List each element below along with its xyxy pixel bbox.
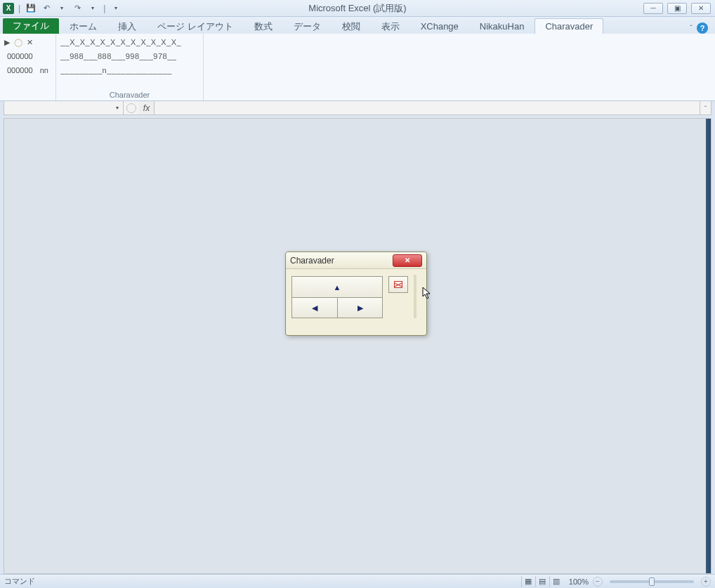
window-title: Microsoft Excel (試用版) xyxy=(308,2,406,15)
view-switcher: ▦ ▤ ▥ xyxy=(521,576,563,587)
insert-function-button[interactable]: fx xyxy=(139,101,155,115)
help-icon[interactable]: ? xyxy=(697,22,708,34)
zoom-slider-thumb[interactable] xyxy=(649,577,655,586)
pattern-line-2: __988___888___998___978__ xyxy=(60,49,199,63)
vertical-scrollbar[interactable] xyxy=(706,119,711,573)
maximize-button[interactable]: ▣ xyxy=(667,3,687,14)
qat-separator: | xyxy=(17,4,22,13)
tab-nikakuhan[interactable]: NikakuHan xyxy=(469,18,535,34)
right-button[interactable]: ▶ xyxy=(337,297,383,318)
tab-review[interactable]: 校閲 xyxy=(332,18,371,34)
name-box-dropdown-icon[interactable]: ▾ xyxy=(116,105,119,111)
close-button[interactable]: ✕ xyxy=(691,3,711,14)
qat-separator-2: | xyxy=(102,4,107,13)
dialog-title: Charavader xyxy=(290,256,334,266)
dialog-titlebar[interactable]: Charavader ✕ xyxy=(286,252,426,269)
ribbon-group-1-title xyxy=(0,98,55,100)
pattern-line-1: __X_X_X_X_X_X_X_X_X_X_X_ xyxy=(60,35,199,49)
view-page-layout[interactable]: ▤ xyxy=(535,576,549,587)
tab-formulas[interactable]: 数式 xyxy=(244,18,283,34)
qat-customize[interactable]: ▾ xyxy=(110,2,122,15)
ribbon-group-charavader: __X_X_X_X_X_X_X_X_X_X_X_ __988___888___9… xyxy=(56,34,204,100)
zoom-level[interactable]: 100% xyxy=(569,577,589,586)
play-icon[interactable]: ▶ xyxy=(4,38,10,47)
tab-view[interactable]: 表示 xyxy=(371,18,410,34)
name-box[interactable]: ▾ xyxy=(4,101,124,115)
left-button[interactable]: ◀ xyxy=(291,297,337,318)
ribbon-group-1: ▶ ◯ ✕ 000000 000000 nn xyxy=(0,34,56,100)
ribbon-group-2-title: Charavader xyxy=(56,89,203,100)
save-button[interactable]: 💾 xyxy=(25,2,37,15)
window-controls: ─ ▣ ✕ xyxy=(643,3,715,14)
minimize-ribbon-icon[interactable]: ˇ xyxy=(690,24,693,32)
status-bar: コマンド ▦ ▤ ▥ 100% − + xyxy=(0,574,715,588)
ribbon-tabs: ファイル ホーム 挿入 ページ レイアウト 数式 データ 校閲 表示 XChan… xyxy=(0,17,715,34)
dialog-close-button[interactable]: ✕ xyxy=(393,254,422,267)
stop-icon[interactable]: ✕ xyxy=(27,38,33,47)
tab-charavader[interactable]: Charavader xyxy=(534,18,603,34)
tab-insert[interactable]: 挿入 xyxy=(107,18,147,34)
tab-xchange[interactable]: XChange xyxy=(410,18,469,34)
pattern-line-3: _________n______________ xyxy=(60,63,199,77)
direction-pad: ▲ ◀ ▶ xyxy=(291,276,383,318)
formula-bar: ▾ fx ˇ xyxy=(4,101,711,115)
view-normal[interactable]: ▦ xyxy=(521,576,535,587)
zoom-in-button[interactable]: + xyxy=(701,577,711,587)
cancel-formula-icon[interactable] xyxy=(126,103,136,113)
zoom-slider[interactable] xyxy=(610,580,694,583)
tab-page-layout[interactable]: ページ レイアウト xyxy=(147,18,244,34)
fire-icon xyxy=(394,281,402,288)
tab-data[interactable]: データ xyxy=(283,18,332,34)
zoom-controls: 100% − + xyxy=(569,577,711,587)
redo-button[interactable]: ↷ xyxy=(71,2,84,15)
minimize-button[interactable]: ─ xyxy=(643,3,663,14)
view-page-break[interactable]: ▥ xyxy=(549,576,563,587)
zoom-out-button[interactable]: − xyxy=(593,577,603,587)
undo-button[interactable]: ↶ xyxy=(40,2,53,15)
counter-2: 000000 xyxy=(4,66,36,74)
redo-dropdown[interactable]: ▾ xyxy=(86,2,99,15)
excel-icon: X xyxy=(3,3,14,14)
charavader-dialog: Charavader ✕ ▲ ◀ ▶ xyxy=(285,251,427,336)
counter-label: nn xyxy=(40,66,48,74)
up-button[interactable]: ▲ xyxy=(291,276,383,297)
quick-access-toolbar: X | 💾 ↶ ▾ ↷ ▾ | ▾ xyxy=(0,2,122,15)
worksheet-area[interactable] xyxy=(4,118,711,574)
title-bar: X | 💾 ↶ ▾ ↷ ▾ | ▾ Microsoft Excel (試用版) … xyxy=(0,0,715,17)
ribbon-content: ▶ ◯ ✕ 000000 000000 nn __X_X_X_X_X_X_X_X… xyxy=(0,34,715,101)
expand-formula-bar[interactable]: ˇ xyxy=(700,101,711,115)
counter-1: 000000 xyxy=(4,52,36,60)
record-icon[interactable]: ◯ xyxy=(14,38,22,47)
tab-file[interactable]: ファイル xyxy=(3,18,59,34)
fire-button[interactable] xyxy=(388,276,408,293)
undo-dropdown[interactable]: ▾ xyxy=(55,2,68,15)
tab-home[interactable]: ホーム xyxy=(59,18,107,34)
dialog-resize-grip[interactable] xyxy=(414,275,416,318)
status-mode: コマンド xyxy=(4,576,35,587)
